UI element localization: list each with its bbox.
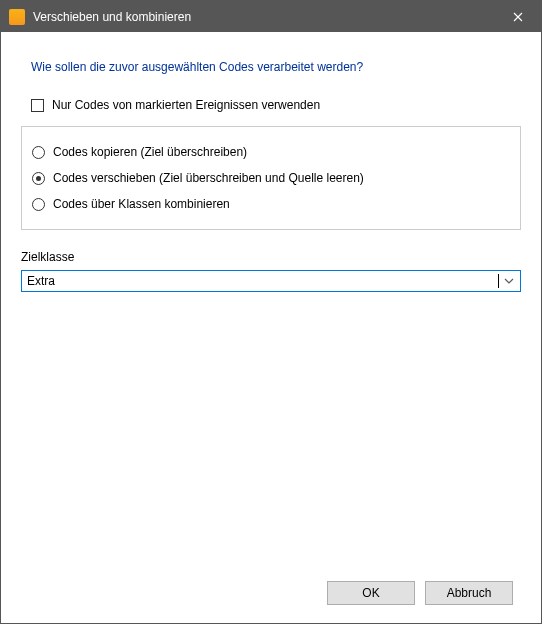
checkbox-icon: [31, 99, 44, 112]
checkbox-label: Nur Codes von markierten Ereignissen ver…: [52, 98, 320, 112]
close-button[interactable]: [495, 1, 541, 32]
button-label: Abbruch: [447, 586, 492, 600]
radio-icon: [32, 198, 45, 211]
radio-label: Codes über Klassen kombinieren: [53, 196, 230, 212]
dialog-window: Verschieben und kombinieren Wie sollen d…: [0, 0, 542, 624]
button-label: OK: [362, 586, 379, 600]
radio-move-codes[interactable]: Codes verschieben (Ziel überschreiben un…: [22, 165, 520, 191]
only-coded-events-checkbox[interactable]: Nur Codes von markierten Ereignissen ver…: [31, 98, 529, 112]
cancel-button[interactable]: Abbruch: [425, 581, 513, 605]
spacer: [13, 292, 529, 581]
title-bar: Verschieben und kombinieren: [1, 1, 541, 32]
radio-combine-codes[interactable]: Codes über Klassen kombinieren: [22, 191, 520, 217]
radio-icon: [32, 172, 45, 185]
combobox-value: Extra: [22, 271, 498, 291]
window-title: Verschieben und kombinieren: [33, 10, 495, 24]
radio-copy-codes[interactable]: Codes kopieren (Ziel überschreiben): [22, 139, 520, 165]
instruction-text: Wie sollen die zuvor ausgewählten Codes …: [31, 60, 529, 74]
radio-icon: [32, 146, 45, 159]
combobox-dropdown-button[interactable]: [498, 278, 520, 284]
ok-button[interactable]: OK: [327, 581, 415, 605]
app-icon: [9, 9, 25, 25]
dialog-footer: OK Abbruch: [13, 581, 529, 623]
radio-label: Codes kopieren (Ziel überschreiben): [53, 144, 247, 160]
dialog-body: Wie sollen die zuvor ausgewählten Codes …: [1, 32, 541, 623]
radio-label: Codes verschieben (Ziel überschreiben un…: [53, 170, 364, 186]
close-icon: [513, 12, 523, 22]
target-class-combobox[interactable]: Extra: [21, 270, 521, 292]
mode-radio-group: Codes kopieren (Ziel überschreiben) Code…: [21, 126, 521, 230]
chevron-down-icon: [504, 278, 514, 284]
target-class-label: Zielklasse: [21, 250, 529, 264]
